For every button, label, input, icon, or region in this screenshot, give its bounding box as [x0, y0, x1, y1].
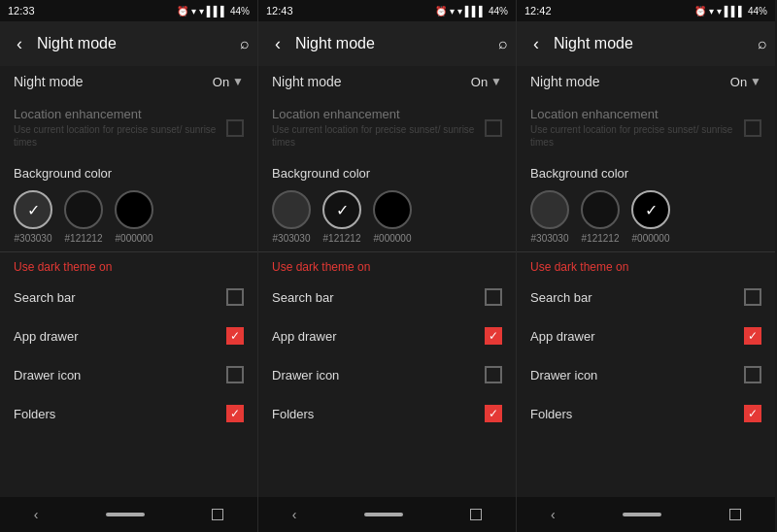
location-subtitle: Use current location for precise sunset/…	[14, 123, 226, 149]
dark-option-row-2: Drawer icon	[0, 355, 257, 394]
bottom-nav: ‹	[258, 497, 516, 532]
recents-nav-button[interactable]	[470, 509, 482, 520]
bg-color-label: Background color	[0, 158, 257, 186]
back-button[interactable]: ‹	[266, 34, 289, 54]
battery-icon: 44%	[489, 6, 508, 17]
bottom-nav: ‹	[0, 497, 257, 532]
dark-option-row-1: App drawer	[0, 316, 257, 355]
dropdown-arrow-icon: ▼	[750, 75, 761, 88]
dark-option-checkbox-1[interactable]	[485, 327, 502, 345]
color-label-1: #121212	[65, 233, 103, 244]
color-item-0[interactable]: ✓ #303030	[14, 190, 52, 244]
signal-icon: ▾	[450, 6, 455, 17]
status-icons: ⏰ ▾ ▾ ▌▌▌ 44%	[177, 6, 250, 17]
night-mode-label: Night mode	[272, 74, 471, 89]
night-mode-dropdown[interactable]: On ▼	[471, 75, 502, 89]
status-icons: ⏰ ▾ ▾ ▌▌▌ 44%	[694, 6, 767, 17]
color-label-1: #121212	[323, 233, 361, 244]
dark-option-row-3: Folders	[517, 394, 775, 433]
location-subtitle: Use current location for precise sunset/…	[530, 123, 744, 149]
dark-option-checkbox-1[interactable]	[226, 327, 244, 345]
dark-option-checkbox-1[interactable]	[744, 327, 761, 345]
color-circle-2[interactable]	[373, 190, 412, 229]
color-item-0[interactable]: #303030	[530, 190, 569, 244]
color-item-2[interactable]: ✓ #000000	[631, 190, 670, 244]
dark-option-checkbox-0[interactable]	[226, 288, 244, 306]
location-title: Location enhancement	[530, 107, 744, 121]
color-item-2[interactable]: #000000	[373, 190, 412, 244]
home-nav-button[interactable]	[623, 513, 661, 516]
top-bar: ‹ Night mode ⌕	[258, 21, 516, 66]
home-nav-button[interactable]	[106, 513, 145, 516]
dark-option-checkbox-3[interactable]	[226, 405, 244, 422]
night-mode-row: Night mode On ▼	[517, 66, 775, 97]
color-item-2[interactable]: #000000	[115, 190, 153, 244]
color-label-0: #303030	[273, 233, 311, 244]
signal-icon: ▾	[191, 6, 196, 17]
color-item-1[interactable]: #121212	[581, 190, 620, 244]
page-title: Night mode	[37, 35, 234, 52]
location-checkbox[interactable]	[226, 119, 244, 137]
dark-option-checkbox-2[interactable]	[744, 366, 761, 383]
dark-option-checkbox-2[interactable]	[485, 366, 502, 383]
location-checkbox[interactable]	[485, 119, 502, 137]
back-button[interactable]: ‹	[524, 34, 548, 54]
status-time: 12:43	[266, 5, 293, 17]
wifi-icon: ▾	[199, 6, 204, 17]
color-circle-1[interactable]	[64, 190, 103, 229]
location-checkbox[interactable]	[744, 119, 761, 137]
dark-option-label-0: Search bar	[530, 290, 744, 305]
color-item-1[interactable]: ✓ #121212	[322, 190, 361, 244]
color-circle-2[interactable]	[115, 190, 153, 229]
night-mode-row: Night mode On ▼	[0, 66, 257, 97]
dark-option-checkbox-0[interactable]	[744, 288, 761, 306]
back-nav-button[interactable]: ‹	[292, 507, 297, 522]
wifi-icon: ▾	[457, 6, 462, 17]
color-label-0: #303030	[15, 233, 52, 244]
color-circle-1[interactable]	[581, 190, 620, 229]
color-circle-0[interactable]: ✓	[14, 190, 52, 229]
night-mode-value: On	[213, 75, 229, 89]
use-dark-label: Use dark theme on	[0, 252, 257, 278]
location-subtitle: Use current location for precise sunset/…	[272, 123, 485, 149]
color-item-1[interactable]: #121212	[64, 190, 103, 244]
dark-option-checkbox-0[interactable]	[485, 288, 502, 306]
dark-option-checkbox-2[interactable]	[226, 366, 244, 383]
color-circle-1[interactable]: ✓	[322, 190, 361, 229]
status-time: 12:33	[8, 5, 35, 17]
color-label-0: #303030	[531, 233, 569, 244]
top-bar: ‹ Night mode ⌕	[0, 21, 257, 66]
color-circle-2[interactable]: ✓	[631, 190, 670, 229]
signal-bars-icon: ▌▌▌	[207, 6, 227, 17]
color-circle-0[interactable]	[530, 190, 569, 229]
dark-option-label-3: Folders	[272, 407, 485, 421]
color-row: #303030 #121212 ✓ #000000	[517, 186, 775, 251]
night-mode-value: On	[730, 75, 747, 89]
color-check-icon: ✓	[645, 201, 658, 219]
dark-option-checkbox-3[interactable]	[485, 405, 502, 422]
status-icons: ⏰ ▾ ▾ ▌▌▌ 44%	[435, 6, 508, 17]
recents-nav-button[interactable]	[212, 509, 223, 520]
color-item-0[interactable]: #303030	[272, 190, 311, 244]
search-icon[interactable]: ⌕	[240, 35, 250, 52]
dark-option-row-0: Search bar	[258, 278, 516, 316]
back-button[interactable]: ‹	[8, 34, 31, 54]
back-nav-button[interactable]: ‹	[551, 507, 556, 522]
dark-option-row-2: Drawer icon	[517, 355, 775, 394]
recents-nav-button[interactable]	[729, 509, 741, 520]
color-circle-0[interactable]	[272, 190, 311, 229]
dark-option-checkbox-3[interactable]	[744, 405, 761, 422]
color-label-1: #121212	[582, 233, 620, 244]
back-nav-button[interactable]: ‹	[34, 507, 39, 522]
signal-bars-icon: ▌▌▌	[465, 6, 486, 17]
home-nav-button[interactable]	[364, 513, 403, 516]
battery-icon: 44%	[748, 6, 767, 17]
top-bar: ‹ Night mode ⌕	[517, 21, 775, 66]
dark-option-label-3: Folders	[530, 407, 744, 421]
bg-color-label: Background color	[517, 158, 775, 186]
night-mode-dropdown[interactable]: On ▼	[730, 75, 761, 89]
search-icon[interactable]: ⌕	[498, 35, 508, 52]
search-icon[interactable]: ⌕	[758, 35, 767, 52]
night-mode-dropdown[interactable]: On ▼	[213, 75, 244, 89]
bottom-nav: ‹	[517, 497, 775, 532]
